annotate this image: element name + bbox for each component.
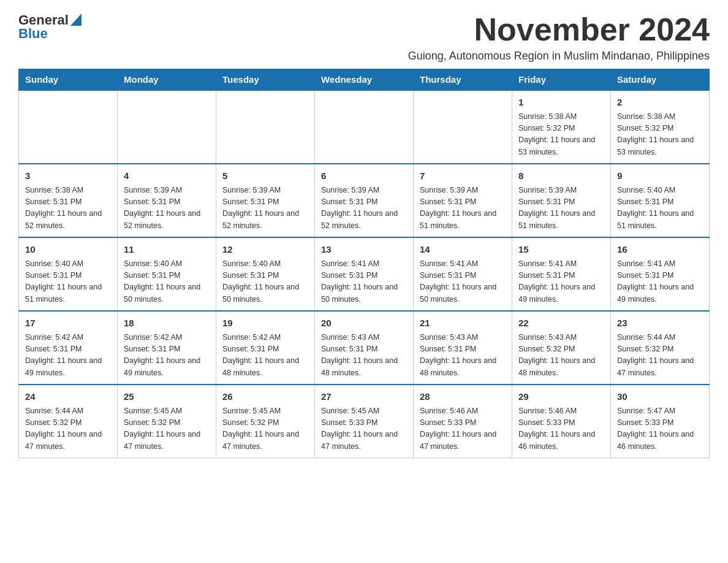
day-number: 7 [420, 169, 506, 183]
day-info: Sunrise: 5:42 AMSunset: 5:31 PMDaylight:… [222, 332, 308, 380]
day-number: 17 [25, 316, 111, 331]
page-header: General Blue November 2024 Guiong, Auton… [18, 12, 710, 63]
calendar-cell: 8Sunrise: 5:39 AMSunset: 5:31 PMDaylight… [512, 164, 611, 237]
calendar-cell: 19Sunrise: 5:42 AMSunset: 5:31 PMDayligh… [216, 311, 315, 385]
calendar-table: SundayMondayTuesdayWednesdayThursdayFrid… [18, 69, 710, 458]
day-number: 10 [25, 243, 111, 257]
calendar-cell: 9Sunrise: 5:40 AMSunset: 5:31 PMDaylight… [611, 164, 710, 237]
subtitle: Guiong, Autonomous Region in Muslim Mind… [408, 50, 710, 63]
day-info: Sunrise: 5:47 AMSunset: 5:33 PMDaylight:… [617, 405, 703, 453]
day-info: Sunrise: 5:39 AMSunset: 5:31 PMDaylight:… [420, 185, 506, 232]
day-info: Sunrise: 5:39 AMSunset: 5:31 PMDaylight:… [124, 185, 210, 232]
day-number: 16 [617, 243, 703, 257]
day-info: Sunrise: 5:41 AMSunset: 5:31 PMDaylight:… [420, 258, 506, 306]
calendar-cell [118, 90, 216, 164]
day-number: 29 [518, 390, 604, 404]
day-info: Sunrise: 5:42 AMSunset: 5:31 PMDaylight:… [124, 332, 210, 380]
day-info: Sunrise: 5:43 AMSunset: 5:31 PMDaylight:… [420, 332, 506, 380]
day-info: Sunrise: 5:39 AMSunset: 5:31 PMDaylight:… [518, 185, 604, 232]
calendar-week-row: 3Sunrise: 5:38 AMSunset: 5:31 PMDaylight… [19, 164, 710, 237]
calendar-cell: 7Sunrise: 5:39 AMSunset: 5:31 PMDaylight… [414, 164, 512, 237]
calendar-week-row: 17Sunrise: 5:42 AMSunset: 5:31 PMDayligh… [19, 311, 710, 385]
day-info: Sunrise: 5:40 AMSunset: 5:31 PMDaylight:… [222, 258, 308, 306]
day-number: 30 [617, 390, 703, 404]
calendar-header-row: SundayMondayTuesdayWednesdayThursdayFrid… [19, 69, 710, 91]
day-info: Sunrise: 5:41 AMSunset: 5:31 PMDaylight:… [617, 258, 703, 306]
day-number: 26 [222, 390, 308, 404]
day-info: Sunrise: 5:43 AMSunset: 5:31 PMDaylight:… [321, 332, 407, 380]
day-of-week-header: Wednesday [315, 69, 414, 91]
logo-blue-text: Blue [18, 26, 48, 42]
calendar-cell [216, 90, 315, 164]
day-number: 2 [617, 96, 703, 110]
day-info: Sunrise: 5:38 AMSunset: 5:32 PMDaylight:… [617, 111, 703, 159]
calendar-cell: 25Sunrise: 5:45 AMSunset: 5:32 PMDayligh… [118, 385, 216, 458]
day-number: 14 [420, 243, 506, 257]
day-info: Sunrise: 5:45 AMSunset: 5:33 PMDaylight:… [321, 405, 407, 453]
calendar-cell: 10Sunrise: 5:40 AMSunset: 5:31 PMDayligh… [19, 237, 118, 311]
calendar-cell: 23Sunrise: 5:44 AMSunset: 5:32 PMDayligh… [611, 311, 710, 385]
logo-triangle-icon [70, 13, 82, 26]
day-info: Sunrise: 5:41 AMSunset: 5:31 PMDaylight:… [321, 258, 407, 306]
logo: General Blue [18, 12, 82, 42]
day-number: 9 [617, 169, 703, 183]
day-info: Sunrise: 5:39 AMSunset: 5:31 PMDaylight:… [321, 185, 407, 232]
day-info: Sunrise: 5:40 AMSunset: 5:31 PMDaylight:… [617, 185, 703, 232]
calendar-cell: 1Sunrise: 5:38 AMSunset: 5:32 PMDaylight… [512, 90, 611, 164]
calendar-cell [414, 90, 512, 164]
day-number: 3 [25, 169, 111, 183]
title-block: November 2024 Guiong, Autonomous Region … [408, 12, 710, 63]
day-number: 25 [124, 390, 210, 404]
calendar-cell: 17Sunrise: 5:42 AMSunset: 5:31 PMDayligh… [19, 311, 118, 385]
calendar-cell: 3Sunrise: 5:38 AMSunset: 5:31 PMDaylight… [19, 164, 118, 237]
day-info: Sunrise: 5:43 AMSunset: 5:32 PMDaylight:… [518, 332, 604, 380]
day-of-week-header: Sunday [19, 69, 118, 91]
calendar-cell: 6Sunrise: 5:39 AMSunset: 5:31 PMDaylight… [315, 164, 414, 237]
calendar-cell: 20Sunrise: 5:43 AMSunset: 5:31 PMDayligh… [315, 311, 414, 385]
day-info: Sunrise: 5:44 AMSunset: 5:32 PMDaylight:… [617, 332, 703, 380]
day-of-week-header: Thursday [414, 69, 512, 91]
calendar-cell: 2Sunrise: 5:38 AMSunset: 5:32 PMDaylight… [611, 90, 710, 164]
day-of-week-header: Monday [118, 69, 216, 91]
day-number: 22 [518, 316, 604, 331]
day-number: 15 [518, 243, 604, 257]
day-info: Sunrise: 5:46 AMSunset: 5:33 PMDaylight:… [420, 405, 506, 453]
day-number: 6 [321, 169, 407, 183]
day-number: 18 [124, 316, 210, 331]
day-number: 5 [222, 169, 308, 183]
calendar-cell: 15Sunrise: 5:41 AMSunset: 5:31 PMDayligh… [512, 237, 611, 311]
calendar-cell: 5Sunrise: 5:39 AMSunset: 5:31 PMDaylight… [216, 164, 315, 237]
calendar-cell: 11Sunrise: 5:40 AMSunset: 5:31 PMDayligh… [118, 237, 216, 311]
day-number: 13 [321, 243, 407, 257]
day-number: 8 [518, 169, 604, 183]
calendar-week-row: 24Sunrise: 5:44 AMSunset: 5:32 PMDayligh… [19, 385, 710, 458]
calendar-cell [19, 90, 118, 164]
calendar-cell: 18Sunrise: 5:42 AMSunset: 5:31 PMDayligh… [118, 311, 216, 385]
day-number: 28 [420, 390, 506, 404]
day-info: Sunrise: 5:38 AMSunset: 5:31 PMDaylight:… [25, 185, 111, 232]
day-number: 1 [518, 96, 604, 110]
day-of-week-header: Saturday [611, 69, 710, 91]
day-info: Sunrise: 5:42 AMSunset: 5:31 PMDaylight:… [25, 332, 111, 380]
calendar-cell: 22Sunrise: 5:43 AMSunset: 5:32 PMDayligh… [512, 311, 611, 385]
calendar-cell: 4Sunrise: 5:39 AMSunset: 5:31 PMDaylight… [118, 164, 216, 237]
day-number: 11 [124, 243, 210, 257]
day-info: Sunrise: 5:46 AMSunset: 5:33 PMDaylight:… [518, 405, 604, 453]
calendar-cell: 29Sunrise: 5:46 AMSunset: 5:33 PMDayligh… [512, 385, 611, 458]
day-number: 19 [222, 316, 308, 331]
day-of-week-header: Friday [512, 69, 611, 91]
calendar-cell: 21Sunrise: 5:43 AMSunset: 5:31 PMDayligh… [414, 311, 512, 385]
calendar-cell: 26Sunrise: 5:45 AMSunset: 5:32 PMDayligh… [216, 385, 315, 458]
day-info: Sunrise: 5:44 AMSunset: 5:32 PMDaylight:… [25, 405, 111, 453]
day-info: Sunrise: 5:45 AMSunset: 5:32 PMDaylight:… [124, 405, 210, 453]
day-info: Sunrise: 5:40 AMSunset: 5:31 PMDaylight:… [124, 258, 210, 306]
calendar-week-row: 1Sunrise: 5:38 AMSunset: 5:32 PMDaylight… [19, 90, 710, 164]
day-info: Sunrise: 5:41 AMSunset: 5:31 PMDaylight:… [518, 258, 604, 306]
day-info: Sunrise: 5:45 AMSunset: 5:32 PMDaylight:… [222, 405, 308, 453]
calendar-cell: 14Sunrise: 5:41 AMSunset: 5:31 PMDayligh… [414, 237, 512, 311]
calendar-cell [315, 90, 414, 164]
day-of-week-header: Tuesday [216, 69, 315, 91]
day-info: Sunrise: 5:38 AMSunset: 5:32 PMDaylight:… [518, 111, 604, 159]
calendar-cell: 28Sunrise: 5:46 AMSunset: 5:33 PMDayligh… [414, 385, 512, 458]
calendar-cell: 12Sunrise: 5:40 AMSunset: 5:31 PMDayligh… [216, 237, 315, 311]
